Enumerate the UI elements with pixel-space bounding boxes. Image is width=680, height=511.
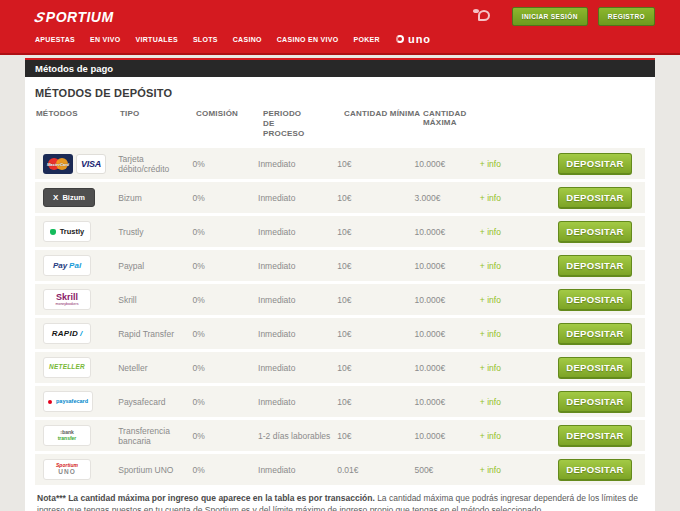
register-button[interactable]: REGISTRO (598, 7, 655, 26)
tipo-cell: Rapid Transfer (118, 329, 192, 339)
info-link[interactable]: + info (480, 397, 501, 407)
tipo-cell: Transferencia bancaria (118, 426, 192, 446)
info-link[interactable]: + info (480, 261, 501, 271)
minima-cell: 10€ (337, 227, 414, 237)
info-link[interactable]: + info (480, 329, 501, 339)
comision-cell: 0% (193, 193, 258, 203)
method-cell: Skrillmoneybookers (35, 289, 118, 310)
minima-cell: 0.01€ (337, 465, 414, 475)
nav-item-slots[interactable]: SLOTS (193, 36, 218, 43)
deposit-panel: MÉTODOS DE DEPÓSITO MÉTODOS TIPO COMISIÓ… (25, 77, 655, 511)
nav-item-casino[interactable]: CASINO (233, 36, 262, 43)
tipo-cell: Neteller (118, 363, 192, 373)
sportium-uno-logo: SportiumUNO (43, 459, 91, 480)
maxima-cell: 10.000€ (414, 159, 479, 169)
visa-icon: VISA (76, 154, 106, 174)
sportium-logo-text: PORTIUM (46, 9, 114, 25)
trustly-logo: Trustly (43, 221, 91, 242)
minima-cell: 10€ (337, 193, 414, 203)
chat-bubble-icon[interactable] (473, 9, 490, 24)
info-link[interactable]: + info (480, 363, 501, 373)
footnote: Nota*** La cantidad máxima por ingreso q… (35, 492, 645, 511)
info-link[interactable]: + info (480, 193, 501, 203)
paysafecard-icon (48, 400, 52, 404)
minima-cell: 10€ (337, 295, 414, 305)
info-link[interactable]: + info (480, 227, 501, 237)
method-cell: ≡banktransfer (35, 425, 118, 446)
deposit-button[interactable]: DEPOSITAR (558, 153, 632, 175)
maxima-cell: 3.000€ (414, 193, 479, 203)
deposit-button[interactable]: DEPOSITAR (558, 323, 632, 345)
deposit-button[interactable]: DEPOSITAR (558, 255, 632, 277)
method-cell: SportiumUNO (35, 459, 118, 480)
deposit-button[interactable]: DEPOSITAR (558, 221, 632, 243)
minima-cell: 10€ (337, 159, 414, 169)
table-row-rapid-transfer: RAPID/Rapid Transfer0%Inmediato10€10.000… (35, 318, 645, 349)
page-title-bar: Métodos de pago (25, 58, 655, 77)
deposit-button[interactable]: DEPOSITAR (558, 459, 632, 481)
deposit-button[interactable]: DEPOSITAR (558, 187, 632, 209)
info-link[interactable]: + info (480, 465, 501, 475)
comision-cell: 0% (193, 363, 258, 373)
maxima-cell: 10.000€ (414, 397, 479, 407)
bizum-logo: XBizum (43, 188, 95, 207)
comision-cell: 0% (193, 431, 258, 441)
maxima-cell: 10.000€ (414, 431, 479, 441)
deposit-button[interactable]: DEPOSITAR (558, 425, 632, 447)
col-metodos: MÉTODOS (35, 109, 120, 118)
minima-cell: 10€ (337, 431, 414, 441)
nav-item-uno[interactable]: uno (396, 33, 431, 45)
neteller-logo: NETELLER (43, 357, 91, 378)
table-row-bizum: XBizumBizum0%Inmediato10€3.000€+ infoDEP… (35, 182, 645, 213)
paysafecard-logo: paysafecard (43, 391, 93, 412)
content-area: Métodos de pago MÉTODOS DE DEPÓSITO MÉTO… (25, 58, 655, 511)
nav-item-en-vivo[interactable]: EN VIVO (90, 36, 121, 43)
info-link[interactable]: + info (480, 295, 501, 305)
info-link[interactable]: + info (480, 159, 501, 169)
nav-item-virtuales[interactable]: VIRTUALES (136, 36, 178, 43)
main-nav: APUESTASEN VIVOVIRTUALESSLOTSCASINOCASIN… (35, 33, 431, 45)
method-cell: paysafecard (35, 391, 118, 412)
periodo-cell: Inmediato (258, 329, 337, 339)
rapid-logo: RAPID/ (43, 323, 91, 344)
comision-cell: 0% (193, 329, 258, 339)
nav-item-casino-en-vivo[interactable]: CASINO EN VIVO (277, 36, 339, 43)
periodo-cell: Inmediato (258, 261, 337, 271)
bizum-icon: X (53, 193, 58, 202)
method-cell: RAPID/ (35, 323, 118, 344)
table-row-paysafecard: paysafecardPaysafecard0%Inmediato10€10.0… (35, 386, 645, 417)
table-row-tarjeta-d-bito-cr-dito: MasterCardVISATarjeta débito/crédito0%In… (35, 148, 645, 179)
deposit-table-body: MasterCardVISATarjeta débito/crédito0%In… (35, 148, 645, 485)
nav-items: APUESTASEN VIVOVIRTUALESSLOTSCASINOCASIN… (35, 36, 380, 43)
periodo-cell: Inmediato (258, 465, 337, 475)
nav-item-poker[interactable]: POKER (354, 36, 380, 43)
footnote-bold: Nota*** La cantidad máxima por ingreso q… (37, 493, 375, 503)
maxima-cell: 10.000€ (414, 261, 479, 271)
maxima-cell: 500€ (414, 465, 479, 475)
tipo-cell: Skrill (118, 295, 192, 305)
info-link[interactable]: + info (480, 431, 501, 441)
tipo-cell: Tarjeta débito/crédito (118, 154, 192, 174)
method-cell: PayPal (35, 255, 118, 276)
login-button[interactable]: INICIAR SESIÓN (512, 7, 588, 26)
deposit-button[interactable]: DEPOSITAR (558, 357, 632, 379)
periodo-cell: Inmediato (258, 397, 337, 407)
comision-cell: 0% (193, 159, 258, 169)
minima-cell: 10€ (337, 397, 414, 407)
deposit-button[interactable]: DEPOSITAR (558, 391, 632, 413)
top-header: SPORTIUM INICIAR SESIÓN REGISTRO APUESTA… (0, 0, 680, 55)
method-cell: MasterCardVISA (35, 154, 118, 174)
nav-item-apuestas[interactable]: APUESTAS (35, 36, 75, 43)
table-row-sportium-uno: SportiumUNOSportium UNO0%Inmediato0.01€5… (35, 454, 645, 485)
tipo-cell: Paysafecard (118, 397, 192, 407)
uno-circle-icon (396, 35, 404, 43)
page-title: Métodos de pago (35, 63, 113, 74)
col-minima: CANTIDAD MÍNIMA (344, 109, 423, 118)
tipo-cell: Sportium UNO (118, 465, 192, 475)
deposit-button[interactable]: DEPOSITAR (558, 289, 632, 311)
mastercard-visa-logo: MasterCardVISA (43, 154, 106, 174)
sportium-logo[interactable]: SPORTIUM (35, 9, 114, 25)
table-row-paypal: PayPalPaypal0%Inmediato10€10.000€+ infoD… (35, 250, 645, 281)
periodo-cell: Inmediato (258, 193, 337, 203)
maxima-cell: 10.000€ (414, 363, 479, 373)
